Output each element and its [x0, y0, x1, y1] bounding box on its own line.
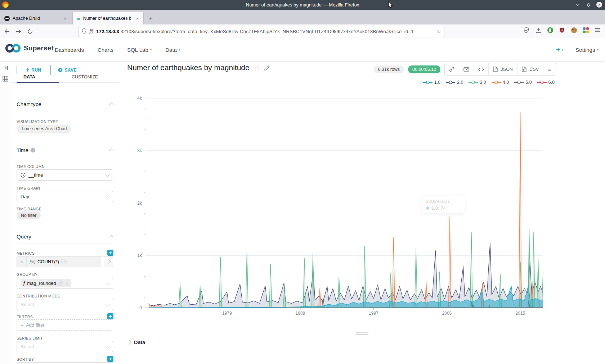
email-button[interactable]	[459, 63, 474, 75]
add-filter-plus-button[interactable]: +	[107, 313, 113, 319]
edit-title-icon[interactable]	[264, 65, 270, 70]
tooltip-date: 2002-03-21	[426, 199, 461, 204]
export-button-group: .JSON .CSV ≡	[444, 63, 556, 76]
time-grain-label: TIME GRAIN	[17, 186, 40, 190]
chevron-right-icon	[127, 340, 131, 344]
tooltip-series: 1.0	[431, 205, 438, 211]
window-maximize-icon[interactable]	[586, 2, 591, 8]
lightning-icon	[26, 68, 29, 72]
remove-metric-icon[interactable]: ×	[17, 256, 27, 267]
row-count-badge: 6.31k rows	[374, 65, 404, 73]
browser-toolbar: 172.18.0.3 :32108/superset/explore/?form…	[0, 24, 605, 38]
url-bar[interactable]: 172.18.0.3 :32108/superset/explore/?form…	[79, 26, 444, 37]
reload-button[interactable]	[25, 27, 35, 36]
export-csv-button[interactable]: .CSV	[517, 63, 543, 75]
downloads-icon[interactable]	[534, 26, 542, 34]
new-tab-button[interactable]: +	[146, 14, 156, 23]
control-panel: RUN SAVE DATA CUSTOMIZE Chart type VISUA…	[11, 62, 119, 364]
menu-hamburger-icon[interactable]	[594, 26, 601, 34]
tab-earthquakes[interactable]: ∞ Numer of earthquakes by ×	[73, 12, 143, 24]
metrics-label: METRICS	[17, 251, 35, 255]
copy-link-button[interactable]	[445, 63, 459, 75]
ublock-shield-icon[interactable]	[558, 26, 566, 34]
contribution-select[interactable]: Select ...	[17, 299, 113, 310]
extension-green-icon[interactable]	[546, 26, 554, 34]
chevron-up-icon	[109, 103, 114, 107]
run-button[interactable]: RUN	[17, 65, 51, 75]
divider	[17, 157, 113, 157]
superset-favicon-icon: ∞	[76, 16, 80, 21]
viz-type-pill[interactable]: Time-series Area Chart	[17, 125, 71, 133]
tab-customize[interactable]: CUSTOMIZE	[72, 74, 98, 79]
resize-grip[interactable]	[355, 332, 368, 336]
chart-tooltip: 2002-03-21 1.0: 74	[422, 196, 465, 213]
svg-text:1997: 1997	[369, 311, 378, 316]
embed-code-button[interactable]	[474, 63, 489, 75]
nav-dashboards[interactable]: Dashboards	[55, 47, 84, 53]
data-panel-toggle[interactable]: Data	[128, 340, 145, 345]
export-json-button[interactable]: .JSON	[489, 63, 517, 75]
help-icon: ?	[61, 259, 67, 264]
collapse-strip	[0, 62, 11, 364]
favorite-star-icon[interactable]: ☆	[254, 64, 260, 72]
tab-close-icon[interactable]: ×	[134, 15, 140, 22]
add-metric-button[interactable]: +	[107, 250, 113, 256]
pinwheel-extension-icon[interactable]	[582, 26, 590, 34]
sort-by-select[interactable]	[17, 362, 113, 364]
time-grain-select[interactable]: Day	[17, 191, 113, 202]
back-button[interactable]	[2, 27, 12, 36]
tab-label: Numer of earthquakes by	[83, 16, 131, 21]
timeseries-area-chart[interactable]: 01k2k3k4k19791988199720062015	[122, 76, 565, 327]
new-item-button[interactable]: +▾	[556, 46, 563, 54]
add-sort-button[interactable]: +	[107, 356, 113, 362]
clock-icon	[21, 173, 26, 178]
datasource-grid-icon[interactable]	[3, 76, 8, 82]
chart-menu-button[interactable]: ≡	[543, 63, 556, 75]
bookmark-star-icon[interactable]: ☆	[436, 28, 441, 35]
svg-text:0: 0	[139, 305, 142, 310]
tracking-protection-shield-icon[interactable]	[82, 28, 86, 35]
series-limit-select[interactable]: Select ...	[17, 341, 113, 352]
time-range-label: TIME RANGE	[17, 207, 41, 211]
chevron-down-icon	[105, 281, 110, 285]
svg-text:2015: 2015	[515, 311, 525, 316]
tooltip-series-dot	[426, 206, 429, 210]
window-menu-icon[interactable]	[575, 2, 581, 8]
superset-logo[interactable]: Superset	[5, 44, 54, 53]
section-chart-type[interactable]: Chart type	[17, 101, 113, 107]
nav-data[interactable]: Data▾	[165, 47, 180, 53]
tab-close-icon[interactable]: ×	[62, 15, 68, 22]
groupby-pill[interactable]: f mag_rounded ? ×	[21, 279, 71, 287]
metric-item[interactable]: × f(x) COUNT(*) ?	[17, 256, 113, 267]
insecure-lock-icon[interactable]	[89, 28, 94, 35]
code-icon	[478, 67, 484, 72]
nav-charts[interactable]: Charts	[98, 47, 113, 53]
time-column-select[interactable]: __time	[17, 169, 113, 181]
metric-expand-arrow[interactable]	[104, 256, 113, 267]
divider	[17, 112, 113, 112]
section-time[interactable]: Timei	[17, 147, 113, 153]
nav-sql-lab[interactable]: SQL Lab▾	[127, 47, 152, 53]
time-range-pill[interactable]: No filter	[17, 211, 41, 219]
add-filter-box[interactable]: + Add filter	[17, 319, 113, 331]
remove-groupby-icon[interactable]: ×	[66, 281, 68, 286]
settings-menu[interactable]: Settings▾	[575, 47, 599, 53]
info-icon: i	[31, 148, 35, 153]
tab-apache-druid[interactable]: Apache Druid ×	[1, 12, 71, 24]
section-query[interactable]: Query	[17, 233, 113, 240]
expand-panel-icon[interactable]	[3, 65, 8, 71]
save-button[interactable]: SAVE	[51, 65, 84, 75]
cookie-extension-icon[interactable]	[570, 26, 578, 34]
window-title: Numer of earthquakes by magnitude — Mozi…	[0, 2, 605, 8]
groupby-select[interactable]: f mag_rounded ? ×	[17, 278, 113, 289]
window-close-icon[interactable]: ×	[596, 2, 602, 8]
mouse-cursor	[388, 1, 393, 10]
url-path: :32108/superset/explore/?form_data_key=K…	[119, 29, 434, 34]
pocket-shield-icon[interactable]	[523, 26, 530, 34]
tab-data[interactable]: DATA	[23, 74, 35, 79]
chevron-up-icon	[109, 149, 114, 153]
caret-down-icon: ▾	[179, 48, 180, 51]
metric-name: COUNT(*)	[37, 259, 59, 264]
forward-button[interactable]	[14, 27, 23, 36]
chart-area: Numer of earthquakes by magnitude ☆ 6.31…	[119, 62, 605, 364]
